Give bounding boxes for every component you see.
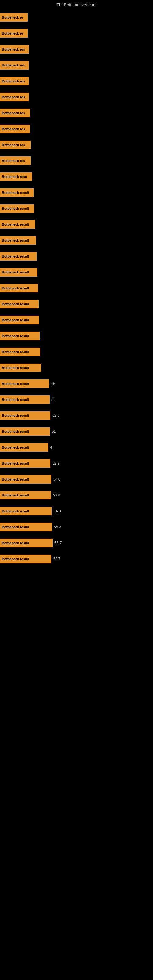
bar-row: Bottleneck result	[0, 187, 153, 199]
bar-row: Bottleneck result	[0, 266, 153, 278]
bar-label: Bottleneck result	[2, 255, 29, 258]
bar-fill: Bottleneck result	[0, 411, 51, 420]
bar-label: Bottleneck result	[2, 239, 29, 242]
bar-row: Bottleneck result	[0, 314, 153, 326]
bar-label: Bottleneck res	[2, 64, 25, 67]
bar-label: Bottleneck result	[2, 445, 29, 449]
bar-label: Bottleneck resu	[2, 175, 27, 178]
bar-label: Bottleneck result	[2, 525, 29, 529]
bar-row: Bottleneck result	[0, 250, 153, 262]
bar-label: Bottleneck res	[2, 48, 25, 51]
bar-label: Bottleneck result	[2, 477, 29, 481]
bar-fill: Bottleneck result	[0, 491, 51, 500]
bar-label: Bottleneck res	[2, 79, 25, 83]
bar-fill: Bottleneck result	[0, 300, 38, 309]
bar-row: Bottleneck res	[0, 43, 153, 55]
bar-row: Bottleneck result55.7	[0, 537, 153, 549]
bar-fill: Bottleneck result	[0, 395, 49, 404]
bar-label: Bottleneck result	[2, 270, 29, 274]
site-title: TheBottlenecker.com	[56, 2, 97, 7]
bar-row: Bottleneck res	[0, 139, 153, 151]
bar-fill: Bottleneck result	[0, 188, 33, 197]
bar-label: Bottleneck result	[2, 541, 29, 545]
bar-label: Bottleneck result	[2, 493, 29, 497]
bar-label: Bottleneck result	[2, 350, 29, 354]
bar-label: Bottleneck result	[2, 366, 29, 370]
bar-label: Bottleneck result	[2, 461, 29, 465]
bar-row: Bottleneck res	[0, 107, 153, 119]
bar-row: Bottleneck result	[0, 235, 153, 246]
bar-label: Bottleneck result	[2, 334, 29, 338]
bar-fill: Bottleneck resu	[0, 172, 32, 181]
bar-row: Bottleneck res	[0, 91, 153, 103]
bar-label: Bottleneck result	[2, 191, 29, 194]
bar-row: Bottleneck result52.2	[0, 458, 153, 469]
bar-row: Bottleneck re	[0, 12, 153, 23]
bar-value: 54.8	[54, 509, 61, 513]
bar-row: Bottleneck result	[0, 362, 153, 374]
bar-fill: Bottleneck res	[0, 140, 30, 149]
bar-row: Bottleneck resu	[0, 171, 153, 183]
bar-value: 51	[52, 430, 56, 434]
bar-value: 54.6	[53, 477, 60, 481]
bar-label: Bottleneck result	[2, 207, 29, 210]
bar-fill: Bottleneck result	[0, 316, 39, 324]
bar-row: Bottleneck result50	[0, 394, 153, 406]
bar-fill: Bottleneck re	[0, 29, 27, 38]
bar-fill: Bottleneck res	[0, 156, 30, 165]
bar-fill: Bottleneck res	[0, 109, 30, 117]
bar-row: Bottleneck res	[0, 155, 153, 167]
bar-row: Bottleneck result	[0, 330, 153, 342]
chart-area: Bottleneck reBottleneck reBottleneck res…	[0, 9, 153, 568]
bar-fill: Bottleneck result	[0, 252, 37, 261]
bar-label: Bottleneck res	[2, 127, 25, 131]
bar-label: Bottleneck res	[2, 143, 25, 147]
bar-label: Bottleneck re	[2, 32, 23, 35]
bar-label: Bottleneck result	[2, 414, 29, 417]
bar-fill: Bottleneck result	[0, 348, 40, 356]
bar-fill: Bottleneck result	[0, 507, 52, 515]
bar-label: Bottleneck result	[2, 557, 29, 561]
bar-fill: Bottleneck result	[0, 459, 51, 468]
bar-value: 55.7	[54, 541, 62, 545]
bar-fill: Bottleneck result	[0, 364, 41, 372]
bar-row: Bottleneck result	[0, 346, 153, 358]
bar-row: Bottleneck result	[0, 203, 153, 215]
bar-fill: Bottleneck result	[0, 204, 34, 213]
bar-label: Bottleneck result	[2, 509, 29, 513]
bar-row: Bottleneck result	[0, 282, 153, 294]
bar-fill: Bottleneck res	[0, 77, 29, 86]
bar-row: Bottleneck result53.9	[0, 489, 153, 501]
bar-row: Bottleneck result54.8	[0, 505, 153, 517]
bar-row: Bottleneck res	[0, 75, 153, 87]
bar-fill: Bottleneck result	[0, 475, 51, 484]
bar-row: Bottleneck result51	[0, 426, 153, 438]
bar-value: 52.2	[52, 461, 59, 466]
bar-label: Bottleneck res	[2, 95, 25, 99]
bar-fill: Bottleneck result	[0, 539, 53, 547]
bar-label: Bottleneck result	[2, 223, 29, 226]
bar-fill: Bottleneck result	[0, 443, 48, 452]
bar-label: Bottleneck result	[2, 302, 29, 306]
bar-label: Bottleneck res	[2, 111, 25, 115]
bar-fill: Bottleneck result	[0, 555, 51, 563]
bar-fill: Bottleneck result	[0, 523, 52, 531]
bar-fill: Bottleneck res	[0, 45, 29, 54]
bar-fill: Bottleneck res	[0, 93, 29, 101]
bar-value: 52.9	[52, 414, 59, 418]
bar-row: Bottleneck res	[0, 59, 153, 71]
bar-value: 49	[51, 382, 55, 386]
site-header: TheBottlenecker.com	[0, 0, 153, 9]
bar-label: Bottleneck result	[2, 286, 29, 290]
bar-row: Bottleneck result	[0, 298, 153, 310]
bar-fill: Bottleneck result	[0, 379, 49, 388]
bar-label: Bottleneck result	[2, 382, 29, 385]
bar-value: 4	[50, 445, 52, 450]
bar-value: 55.2	[54, 525, 61, 529]
bar-fill: Bottleneck result	[0, 427, 50, 436]
bar-label: Bottleneck res	[2, 159, 25, 162]
bar-row: Bottleneck result4	[0, 442, 153, 453]
bar-row: Bottleneck res	[0, 123, 153, 135]
bar-fill: Bottleneck res	[0, 61, 29, 70]
bar-label: Bottleneck result	[2, 398, 29, 401]
